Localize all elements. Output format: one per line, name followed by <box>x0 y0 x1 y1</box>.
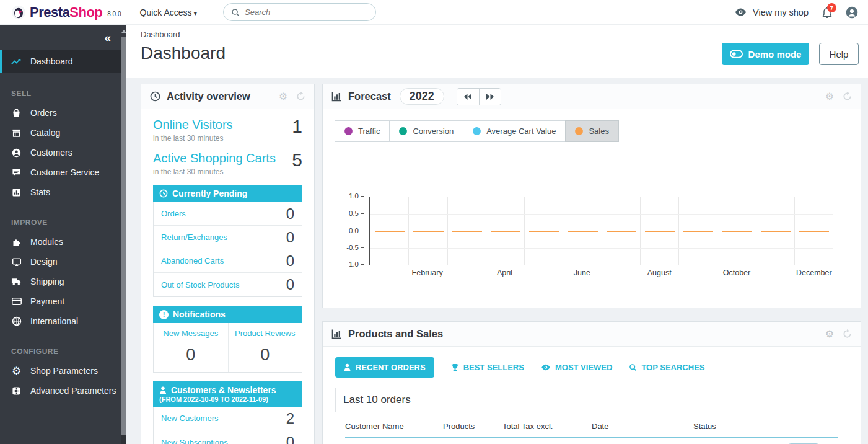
global-search[interactable] <box>223 3 376 21</box>
prestashop-mascot-icon <box>11 5 26 20</box>
trophy-icon <box>451 363 459 371</box>
gear-icon[interactable]: ⚙ <box>825 329 834 339</box>
notifications-button[interactable]: 7 <box>822 7 832 18</box>
chat-bubble-icon <box>11 168 22 177</box>
customers-person-icon <box>11 148 22 158</box>
new-customers-row: New Customers 2 <box>154 407 302 430</box>
puzzle-icon <box>11 237 22 247</box>
out-of-stock-link[interactable]: Out of Stock Products <box>161 280 239 290</box>
new-subscriptions-link[interactable]: New Subscriptions <box>161 438 228 444</box>
y-tick-2: 0.5 <box>323 210 364 217</box>
online-visitors-link[interactable]: Online Visitors <box>153 117 233 132</box>
refresh-icon[interactable] <box>843 92 852 101</box>
sidebar-section-configure: CONFIGURE <box>11 347 121 356</box>
sidebar-item-advanced-parameters[interactable]: Advanced Parameters <box>0 381 121 401</box>
sidebar-item-stats[interactable]: Stats <box>0 182 121 202</box>
demo-mode-button[interactable]: Demo mode <box>722 43 809 65</box>
notification-count-badge: 7 <box>827 3 836 12</box>
exclamation-circle-icon: ! <box>159 310 169 319</box>
toggle-icon <box>730 50 743 58</box>
forecast-title: Forecast <box>348 91 391 102</box>
refresh-icon[interactable] <box>843 329 852 339</box>
sales-flat-line <box>370 231 833 232</box>
search-input[interactable] <box>245 7 356 17</box>
x-tick-february: February <box>408 269 446 277</box>
new-customers-link[interactable]: New Customers <box>161 414 218 423</box>
prestashop-logo[interactable]: PrestaShop 8.0.0 <box>11 4 121 20</box>
tab-recent-orders[interactable]: RECENT ORDERS <box>335 357 434 378</box>
credit-card-icon <box>11 298 22 305</box>
x-tick-december: December <box>795 269 833 277</box>
active-carts-value: 5 <box>292 151 302 176</box>
orders-link[interactable]: Orders <box>161 209 186 218</box>
gear-icon[interactable]: ⚙ <box>279 92 287 102</box>
view-my-shop-link[interactable]: View my shop <box>734 7 809 17</box>
product-reviews-cell: Product Reviews 0 <box>228 323 302 372</box>
person-icon <box>159 386 167 394</box>
active-carts-link[interactable]: Active Shopping Carts <box>153 151 276 166</box>
sidebar-scrollbar[interactable] <box>121 25 126 444</box>
tab-traffic[interactable]: Traffic <box>335 120 390 142</box>
sidebar-item-shop-parameters[interactable]: ⚙ Shop Parameters <box>0 361 121 381</box>
y-tick-4: -0.5 <box>323 244 364 251</box>
search-icon <box>231 8 240 17</box>
refresh-icon[interactable] <box>296 92 305 101</box>
quick-access-dropdown[interactable]: Quick Access▾ <box>140 7 198 17</box>
previous-year-button[interactable] <box>457 89 479 105</box>
new-messages-link[interactable]: New Messages <box>156 329 226 338</box>
sidebar-item-international[interactable]: International <box>0 311 121 331</box>
sidebar-item-payment[interactable]: Payment <box>0 291 121 311</box>
sidebar-section-sell: SELL <box>11 89 121 98</box>
version-label: 8.0.0 <box>107 11 121 17</box>
sidebar-item-design[interactable]: Design <box>0 252 121 272</box>
tab-top-searches[interactable]: TOP SEARCHES <box>629 363 704 372</box>
sidebar-item-catalog[interactable]: Catalog <box>0 123 121 143</box>
tab-most-viewed[interactable]: MOST VIEWED <box>541 363 612 372</box>
search-icon <box>629 363 637 371</box>
tab-best-sellers[interactable]: BEST SELLERS <box>451 363 524 372</box>
globe-icon <box>11 316 22 326</box>
sidebar-collapse-button[interactable]: « <box>104 32 111 43</box>
brand-name: PrestaShop <box>30 4 102 20</box>
scrollbar-up-button[interactable] <box>121 25 126 37</box>
sidebar-item-customers[interactable]: Customers <box>0 143 121 162</box>
page-header: Dashboard Dashboard Demo mode Help <box>126 25 868 78</box>
y-tick-5: -1.0 <box>323 260 364 268</box>
sidebar-item-modules[interactable]: Modules <box>0 232 121 252</box>
x-tick-april: April <box>485 269 524 277</box>
sidebar-item-customer-service[interactable]: Customer Service <box>0 162 121 182</box>
col-status: Status <box>693 422 838 431</box>
customers-date-range: (FROM 2022-10-09 TO 2022-11-09) <box>159 396 296 403</box>
forecast-year: 2022 <box>400 88 444 105</box>
breadcrumb[interactable]: Dashboard <box>141 30 180 39</box>
new-subscriptions-row: New Subscriptions 0 <box>154 430 302 444</box>
sidebar-section-improve: IMPROVE <box>11 218 121 227</box>
pending-row-out-of-stock: Out of Stock Products 0 <box>154 273 302 296</box>
returns-link[interactable]: Return/Exchanges <box>161 233 227 242</box>
sales-dot-icon <box>575 127 583 135</box>
product-reviews-link[interactable]: Product Reviews <box>231 329 300 338</box>
y-tick-1: 1.0 <box>323 192 364 200</box>
tab-average-cart-value[interactable]: Average Cart Value <box>463 120 566 142</box>
eye-icon <box>734 7 747 17</box>
trending-up-icon <box>11 58 22 65</box>
scrollbar-down-button[interactable] <box>121 435 126 444</box>
page-title: Dashboard <box>141 43 226 63</box>
bar-chart-icon <box>331 329 342 339</box>
tab-conversion[interactable]: Conversion <box>389 120 463 142</box>
sidebar-item-dashboard[interactable]: Dashboard <box>0 50 121 73</box>
forecast-series-tabs: Traffic Conversion Average Cart Value Sa… <box>335 120 619 142</box>
tab-sales[interactable]: Sales <box>565 120 619 142</box>
customers-newsletters-header: Customers & Newsletters (FROM 2022-10-09… <box>153 381 302 407</box>
orders-bag-icon <box>11 109 22 118</box>
sidebar-item-orders[interactable]: Orders <box>0 103 121 123</box>
monitor-icon <box>11 257 22 267</box>
sidebar-item-shipping[interactable]: Shipping <box>0 272 121 291</box>
abandoned-carts-link[interactable]: Abandoned Carts <box>161 256 224 265</box>
products-tabs: RECENT ORDERS BEST SELLERS MOST VIEWED T… <box>323 347 861 378</box>
gear-icon[interactable]: ⚙ <box>825 92 834 102</box>
help-button[interactable]: Help <box>819 43 859 65</box>
advanced-gear-square-icon <box>11 386 22 396</box>
user-avatar-icon[interactable] <box>846 6 858 19</box>
next-year-button[interactable] <box>479 89 501 105</box>
